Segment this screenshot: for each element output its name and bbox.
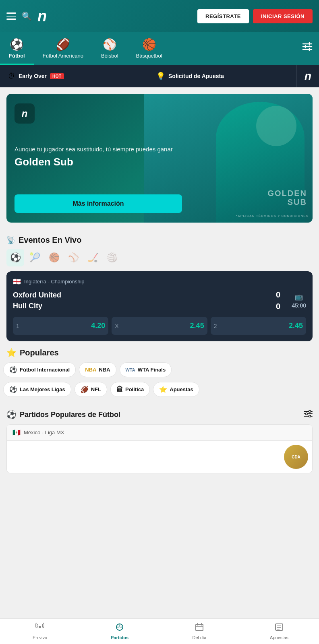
chip-nba-label: NBA bbox=[99, 367, 110, 373]
match-preview-card: 🇲🇽 México - Liga MX CDA bbox=[6, 424, 313, 473]
partidos-filter-icon[interactable] bbox=[304, 410, 313, 419]
scores-time: 0 0 📺 45:00 bbox=[276, 290, 306, 311]
match-time-area: 📺 45:00 bbox=[292, 293, 306, 309]
chip-ligas-label: Las Mejores Ligas bbox=[20, 386, 65, 392]
cda-watermark: CDA bbox=[284, 445, 308, 469]
mexico-flag-icon: 🇲🇽 bbox=[12, 429, 21, 436]
svg-point-10 bbox=[306, 413, 308, 415]
chip-futbol-int-label: Fútbol Internacional bbox=[20, 367, 70, 373]
team1-name: Oxford United bbox=[13, 291, 61, 299]
odds-row: 1 4.20 X 2.45 2 2.45 bbox=[13, 317, 306, 335]
nav-del-dia[interactable]: Del día bbox=[160, 619, 239, 644]
cda-badge-circle: CDA bbox=[284, 445, 308, 469]
chip-politica[interactable]: 🏛 Política bbox=[110, 382, 150, 397]
partidos-title-row: ⚽ Partidos Populares de Fútbol bbox=[0, 410, 319, 424]
filter-tennis[interactable]: 🎾 bbox=[26, 249, 44, 266]
nba-icon: NBA bbox=[85, 367, 96, 373]
svg-point-12 bbox=[39, 626, 41, 628]
bottom-navigation: En vivo Partidos Del día bbox=[0, 618, 319, 644]
login-button[interactable]: INICIAR SESIÓN bbox=[253, 9, 313, 23]
chip-wta-finals[interactable]: WTA WTA Finals bbox=[120, 362, 172, 377]
promo-title: Golden Sub bbox=[14, 156, 182, 168]
score-team2: 0 bbox=[276, 302, 280, 311]
futbol-ball-icon: ⚽ bbox=[6, 410, 17, 419]
early-over-label: Early Over bbox=[19, 73, 47, 79]
team2-name: Hull City bbox=[13, 302, 61, 310]
filter-more2[interactable]: 🏐 bbox=[103, 249, 121, 266]
chip-apuestas[interactable]: ⭐ Apuestas bbox=[153, 382, 199, 397]
nav-en-vivo[interactable]: En vivo bbox=[0, 619, 80, 644]
chip-nfl[interactable]: 🏈 NFL bbox=[75, 382, 107, 397]
nav-apuestas[interactable]: Apuestas bbox=[239, 619, 319, 644]
promo-brand-logo: n bbox=[14, 103, 35, 124]
novbet-n-logo: n bbox=[304, 70, 311, 83]
odd-label-2: 2 bbox=[214, 323, 217, 329]
futbol-americano-icon: 🏈 bbox=[56, 38, 70, 51]
beisbol-icon: ⚾ bbox=[103, 38, 117, 51]
chip-las-mejores-ligas[interactable]: ⚽ Las Mejores Ligas bbox=[3, 382, 71, 397]
apuestas-icon: ⭐ bbox=[159, 386, 167, 393]
brand-logo: n bbox=[37, 8, 46, 25]
odd-button-1[interactable]: 1 4.20 bbox=[13, 317, 108, 335]
score-column: 0 0 bbox=[276, 290, 280, 311]
sport-item-basquetbol[interactable]: 🏀 Básquetbol bbox=[127, 35, 171, 65]
early-over-feature[interactable]: ⏱ Early Over HOT bbox=[0, 65, 148, 87]
novbet-logo-feature: n bbox=[296, 65, 319, 87]
promo-subtitle: Aunque tu jugador sea sustituido, tú sie… bbox=[14, 145, 182, 153]
odd-value-2: 2.45 bbox=[289, 322, 303, 330]
chip-futbol-internacional[interactable]: ⚽ Fútbol Internacional bbox=[3, 362, 76, 377]
auth-buttons: REGÍSTRATE INICIAR SESIÓN bbox=[197, 9, 313, 23]
politica-icon: 🏛 bbox=[116, 386, 123, 393]
feature-bar: ⏱ Early Over HOT 💡 Solicitud de Apuesta … bbox=[0, 65, 319, 87]
score-team1: 0 bbox=[276, 290, 280, 299]
svg-point-9 bbox=[309, 410, 311, 412]
hot-badge: HOT bbox=[50, 73, 64, 79]
odd-value-1: 4.20 bbox=[91, 322, 105, 330]
chip-nfl-label: NFL bbox=[91, 386, 101, 392]
partidos-section: ⚽ Partidos Populares de Fútbol 🇲🇽 México… bbox=[0, 403, 319, 480]
menu-button[interactable] bbox=[6, 12, 16, 20]
futbol-americano-label: Fútbol Americano bbox=[43, 53, 83, 59]
odd-value-x: 2.45 bbox=[190, 322, 204, 330]
ligas-icon: ⚽ bbox=[9, 386, 17, 393]
cda-text: CDA bbox=[292, 455, 300, 459]
wta-icon: WTA bbox=[126, 367, 135, 372]
chip-nba[interactable]: NBA NBA bbox=[79, 362, 116, 377]
events-sport-filter: ⚽ 🎾 🏀 ⚾ 🏒 🏐 bbox=[0, 249, 319, 271]
solicitud-apuesta-feature[interactable]: 💡 Solicitud de Apuesta bbox=[148, 65, 296, 87]
apuestas-nav-label: Apuestas bbox=[270, 635, 288, 640]
header-left: 🔍 n bbox=[6, 8, 46, 25]
partidos-nav-icon bbox=[115, 623, 124, 634]
partidos-nav-label: Partidos bbox=[111, 635, 128, 640]
sport-item-futbol[interactable]: ⚽ Fútbol bbox=[0, 35, 34, 65]
del-dia-icon bbox=[195, 623, 204, 634]
odd-button-x[interactable]: X 2.45 bbox=[112, 317, 207, 335]
promo-cta-button[interactable]: Más información bbox=[14, 194, 182, 213]
sports-filter-button[interactable] bbox=[296, 42, 319, 58]
populares-chips-row1: ⚽ Fútbol Internacional NBA NBA WTA WTA F… bbox=[0, 362, 319, 380]
sport-item-futbol-americano[interactable]: 🏈 Fútbol Americano bbox=[34, 35, 92, 65]
filter-more1[interactable]: 🏒 bbox=[84, 249, 102, 266]
match-preview-header: 🇲🇽 México - Liga MX bbox=[7, 425, 312, 441]
sport-item-beisbol[interactable]: ⚾ Béisbol bbox=[92, 35, 127, 65]
basquetbol-icon: 🏀 bbox=[142, 38, 156, 51]
svg-point-11 bbox=[309, 415, 311, 417]
live-indicator-icon: 📡 bbox=[6, 236, 15, 245]
filter-basketball[interactable]: 🏀 bbox=[45, 249, 63, 266]
match-preview-body: CDA bbox=[7, 441, 312, 473]
chip-politica-label: Política bbox=[125, 386, 144, 392]
register-button[interactable]: REGÍSTRATE bbox=[197, 9, 249, 23]
en-vivo-icon bbox=[35, 623, 44, 634]
filter-futbol[interactable]: ⚽ bbox=[6, 249, 24, 266]
partidos-title-left: ⚽ Partidos Populares de Fútbol bbox=[6, 410, 120, 419]
populares-title: Populares bbox=[20, 348, 59, 357]
odd-button-2[interactable]: 2 2.45 bbox=[211, 317, 306, 335]
nav-partidos[interactable]: Partidos bbox=[80, 619, 160, 644]
chip-wta-label: WTA Finals bbox=[138, 367, 166, 373]
search-button[interactable]: 🔍 bbox=[22, 11, 32, 21]
futbol-int-icon: ⚽ bbox=[9, 366, 17, 374]
beisbol-label: Béisbol bbox=[101, 53, 118, 59]
futbol-icon: ⚽ bbox=[10, 38, 24, 51]
app-header: 🔍 n REGÍSTRATE INICIAR SESIÓN bbox=[0, 0, 319, 32]
filter-baseball[interactable]: ⚾ bbox=[64, 249, 82, 266]
